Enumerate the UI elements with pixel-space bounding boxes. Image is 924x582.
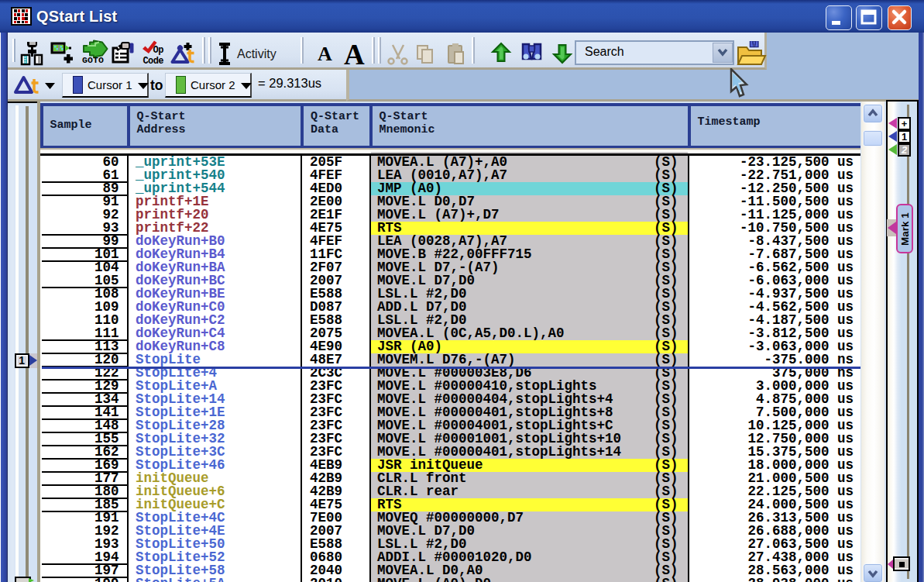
svg-text:A: A [344, 39, 365, 67]
svg-text:GOTO: GOTO [82, 55, 104, 65]
svg-text:Op: Op [153, 45, 164, 56]
svg-text:Activity: Activity [237, 47, 277, 60]
svg-text:Code: Code [143, 56, 164, 67]
svg-text:to: to [150, 77, 163, 93]
svg-text:A: A [318, 43, 332, 65]
